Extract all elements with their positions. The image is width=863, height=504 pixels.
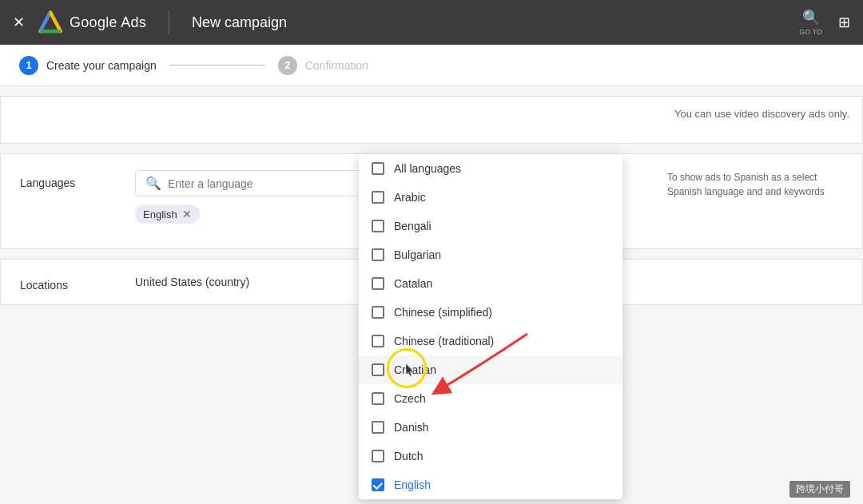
dropdown-item-english[interactable]: English	[359, 470, 622, 499]
languages-label: Languages	[20, 170, 116, 189]
header-right: 🔍 GO TO ⊞	[799, 9, 850, 36]
dropdown-item-chinese-simplified[interactable]: Chinese (simplified)	[359, 298, 622, 327]
checkbox-all-languages[interactable]	[372, 162, 384, 175]
step-2-label: Confirmation	[305, 59, 368, 72]
step-1-circle: 1	[19, 56, 38, 75]
checkbox-bulgarian[interactable]	[372, 248, 384, 261]
dropdown-item-croatian[interactable]: Croatian	[359, 355, 622, 384]
checkbox-english[interactable]	[372, 478, 384, 491]
dropdown-label-croatian: Croatian	[394, 363, 436, 376]
step-2: 2 Confirmation	[278, 56, 368, 75]
google-ads-logo-icon	[38, 10, 63, 35]
languages-card: Languages 🔍 English ✕ To show ads to Spa…	[0, 153, 863, 249]
english-tag-text: English	[143, 208, 177, 220]
dropdown-label-dutch: Dutch	[394, 450, 424, 462]
dropdown-item-danish[interactable]: Danish	[359, 413, 622, 442]
top-info-text: You can use video discovery ads only.	[674, 106, 849, 122]
google-ads-title: Google Ads	[70, 14, 146, 31]
search-button[interactable]: 🔍 GO TO	[799, 9, 822, 36]
dropdown-item-all-languages[interactable]: All languages	[359, 154, 622, 183]
dropdown-label-arabic: Arabic	[394, 191, 426, 204]
step-connector	[169, 65, 265, 65]
checkbox-arabic[interactable]	[372, 191, 384, 204]
google-ads-logo: Google Ads	[38, 10, 146, 35]
locations-value: United States (country)	[135, 276, 249, 288]
checkbox-chinese-traditional[interactable]	[372, 335, 384, 347]
dropdown-item-czech[interactable]: Czech	[359, 384, 622, 413]
language-dropdown[interactable]: All languages Arabic Bengali Bulgarian C…	[359, 154, 622, 499]
checkbox-bengali[interactable]	[372, 220, 384, 232]
dropdown-item-arabic[interactable]: Arabic	[359, 183, 622, 212]
checkbox-danish[interactable]	[372, 421, 384, 434]
dropdown-label-all-languages: All languages	[394, 162, 461, 175]
dropdown-label-czech: Czech	[394, 392, 426, 405]
search-icon: 🔍	[802, 9, 820, 26]
goto-label: GO TO	[799, 28, 822, 36]
apps-icon[interactable]: ⊞	[838, 14, 850, 31]
svg-line-3	[50, 12, 61, 31]
svg-line-2	[40, 12, 50, 31]
english-tag: English ✕	[135, 204, 200, 224]
dropdown-item-chinese-traditional[interactable]: Chinese (traditional)	[359, 327, 622, 355]
english-tag-remove[interactable]: ✕	[182, 208, 192, 220]
locations-label: Locations	[20, 272, 116, 292]
steps-bar: 1 Create your campaign 2 Confirmation	[0, 45, 863, 86]
dropdown-label-english: English	[394, 478, 431, 491]
dropdown-label-bengali: Bengali	[394, 220, 432, 232]
dropdown-label-bulgarian: Bulgarian	[394, 248, 441, 261]
step-2-circle: 2	[278, 56, 297, 75]
checkbox-czech[interactable]	[372, 392, 384, 405]
header: ✕ Google Ads New campaign 🔍 GO TO ⊞	[0, 0, 863, 45]
header-left: ✕ Google Ads New campaign	[13, 10, 287, 35]
close-icon[interactable]: ✕	[13, 14, 25, 31]
top-info-card: You can use video discovery ads only.	[0, 96, 863, 144]
languages-right-info: To show ads to Spanish as a select Spani…	[667, 170, 843, 199]
watermark: 跨境小付哥	[789, 481, 850, 498]
checkbox-chinese-simplified[interactable]	[372, 306, 384, 319]
step-1-label: Create your campaign	[46, 59, 157, 72]
checkbox-catalan[interactable]	[372, 277, 384, 290]
dropdown-item-catalan[interactable]: Catalan	[359, 269, 622, 298]
main-content: You can use video discovery ads only. La…	[0, 86, 863, 504]
dropdown-item-bulgarian[interactable]: Bulgarian	[359, 240, 622, 269]
checkbox-dutch[interactable]	[372, 450, 384, 462]
new-campaign-title: New campaign	[192, 14, 287, 31]
dropdown-label-chinese-traditional: Chinese (traditional)	[394, 335, 494, 347]
language-search-icon: 🔍	[145, 176, 161, 191]
dropdown-label-catalan: Catalan	[394, 277, 432, 290]
checkbox-croatian[interactable]	[372, 363, 384, 376]
dropdown-item-dutch[interactable]: Dutch	[359, 442, 622, 470]
header-divider	[169, 10, 169, 34]
dropdown-item-bengali[interactable]: Bengali	[359, 212, 622, 240]
step-1: 1 Create your campaign	[19, 56, 157, 75]
dropdown-label-chinese-simplified: Chinese (simplified)	[394, 306, 492, 319]
dropdown-label-danish: Danish	[394, 421, 429, 434]
